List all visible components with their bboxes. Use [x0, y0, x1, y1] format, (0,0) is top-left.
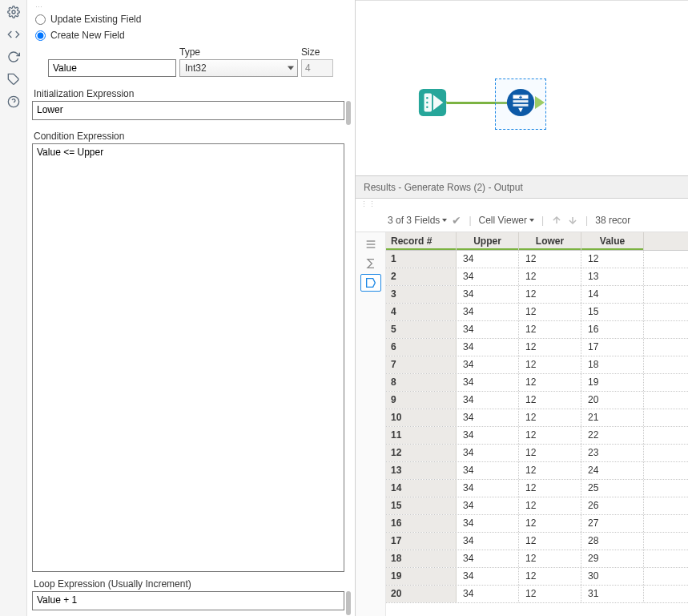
table-row[interactable]: 18341229 — [386, 550, 688, 568]
cell-lower: 12 — [519, 515, 581, 532]
col-header-record[interactable]: Record # — [386, 232, 457, 250]
view-tab-list[interactable] — [360, 236, 381, 253]
cell-upper: 34 — [457, 480, 519, 497]
field-name-input[interactable] — [48, 59, 176, 77]
cell-upper: 34 — [457, 427, 519, 444]
cell-value: 19 — [581, 374, 644, 391]
scroll-thumb[interactable] — [346, 591, 351, 615]
separator: | — [541, 215, 544, 226]
svg-point-8 — [426, 106, 428, 107]
cell-record: 15 — [386, 497, 457, 514]
table-row[interactable]: 19341230 — [386, 568, 688, 586]
cell-record: 9 — [386, 392, 457, 409]
cell-value: 16 — [581, 321, 644, 338]
cell-record: 13 — [386, 462, 457, 479]
cell-viewer-text: Cell Viewer — [479, 215, 527, 226]
table-row[interactable]: 10341221 — [386, 409, 688, 427]
radio-update-existing[interactable]: Update Existing Field — [35, 14, 348, 25]
table-row[interactable]: 15341226 — [386, 497, 688, 515]
table-row[interactable]: 17341228 — [386, 533, 688, 550]
cell-lower: 12 — [519, 409, 581, 426]
table-row[interactable]: 3341214 — [386, 286, 688, 304]
cell-viewer-dropdown[interactable]: Cell Viewer — [479, 215, 534, 226]
size-label: Size — [301, 46, 333, 58]
cell-value: 17 — [581, 339, 644, 356]
check-icon[interactable]: ✔ — [452, 214, 461, 227]
cell-value: 30 — [581, 568, 644, 585]
config-panel: ⋯ Update Existing Field Create New Field… — [27, 0, 356, 616]
cond-expr-input[interactable] — [32, 143, 344, 572]
radio-update-input[interactable] — [35, 14, 46, 25]
cell-value: 15 — [581, 304, 644, 320]
gear-icon[interactable] — [6, 5, 21, 19]
workflow-canvas[interactable] — [356, 0, 688, 176]
type-label: Type — [179, 46, 298, 58]
grid-header-row: Record # Upper Lower Value — [386, 232, 688, 251]
code-icon[interactable] — [6, 27, 21, 42]
table-row[interactable]: 12341223 — [386, 445, 688, 462]
cell-lower: 12 — [519, 533, 581, 550]
chevron-down-icon — [529, 219, 534, 222]
drag-handle-icon[interactable]: ⋯ — [32, 3, 348, 11]
table-row[interactable]: 7341218 — [386, 356, 688, 374]
table-row[interactable]: 5341216 — [386, 321, 688, 339]
cell-record: 16 — [386, 515, 457, 532]
type-select[interactable]: Int32 — [179, 59, 298, 77]
cell-upper: 34 — [457, 462, 519, 479]
table-row[interactable]: 6341217 — [386, 339, 688, 356]
arrow-up-icon[interactable] — [551, 215, 562, 226]
loop-expr-label: Loop Expression (Usually Increment) — [34, 578, 348, 590]
anchor-out-icon[interactable] — [535, 96, 545, 109]
radio-update-label: Update Existing Field — [50, 14, 141, 25]
table-row[interactable]: 2341213 — [386, 268, 688, 286]
cell-lower: 12 — [519, 356, 581, 373]
cell-lower: 12 — [519, 392, 581, 409]
cell-upper: 34 — [457, 550, 519, 567]
tag-icon[interactable] — [6, 72, 21, 87]
loop-expr-input[interactable] — [32, 591, 344, 610]
table-row[interactable]: 9341220 — [386, 392, 688, 409]
fields-dropdown[interactable]: 3 of 3 Fields — [388, 215, 447, 226]
table-row[interactable]: 4341215 — [386, 304, 688, 321]
cell-record: 19 — [386, 568, 457, 585]
cell-record: 20 — [386, 586, 457, 602]
drag-handle-icon[interactable]: ⋮⋮ — [356, 199, 688, 208]
cell-lower: 12 — [519, 374, 581, 391]
col-header-value[interactable]: Value — [581, 232, 644, 250]
cell-record: 18 — [386, 550, 457, 567]
cell-record: 7 — [386, 356, 457, 373]
generate-rows-tool-node[interactable] — [505, 87, 537, 119]
arrow-down-icon[interactable] — [567, 215, 578, 226]
separator: | — [469, 215, 471, 226]
table-row[interactable]: 14341225 — [386, 480, 688, 497]
table-row[interactable]: 8341219 — [386, 374, 688, 392]
cell-record: 10 — [386, 409, 457, 426]
init-expr-label: Initialization Expression — [34, 88, 348, 99]
table-row[interactable]: 11341222 — [386, 427, 688, 445]
col-header-lower[interactable]: Lower — [519, 232, 581, 250]
size-input — [301, 59, 333, 77]
table-row[interactable]: 20341231 — [386, 586, 688, 603]
input-tool-node[interactable] — [416, 87, 449, 119]
table-row[interactable]: 1341212 — [386, 251, 688, 268]
cell-lower: 12 — [519, 268, 581, 285]
svg-point-6 — [426, 97, 428, 99]
radio-create-label: Create New Field — [50, 30, 125, 41]
init-expr-input[interactable] — [32, 101, 344, 120]
fields-summary-text: 3 of 3 Fields — [388, 215, 440, 226]
view-tab-record[interactable] — [360, 274, 381, 292]
scroll-thumb[interactable] — [346, 101, 351, 125]
table-row[interactable]: 13341224 — [386, 462, 688, 480]
cell-lower: 12 — [519, 480, 581, 497]
results-data-grid: Record # Upper Lower Value 1341212234121… — [386, 232, 688, 616]
results-view-tabs — [356, 232, 386, 616]
radio-create-input[interactable] — [35, 30, 46, 41]
help-icon[interactable] — [6, 95, 21, 109]
view-tab-sigma[interactable] — [360, 255, 381, 272]
table-row[interactable]: 16341227 — [386, 515, 688, 533]
col-header-upper[interactable]: Upper — [457, 232, 519, 250]
cell-record: 17 — [386, 533, 457, 550]
radio-create-new[interactable]: Create New Field — [35, 30, 348, 41]
refresh-icon[interactable] — [6, 50, 21, 64]
grid-rows-container[interactable]: 1341212234121333412144341215534121663412… — [386, 251, 688, 603]
